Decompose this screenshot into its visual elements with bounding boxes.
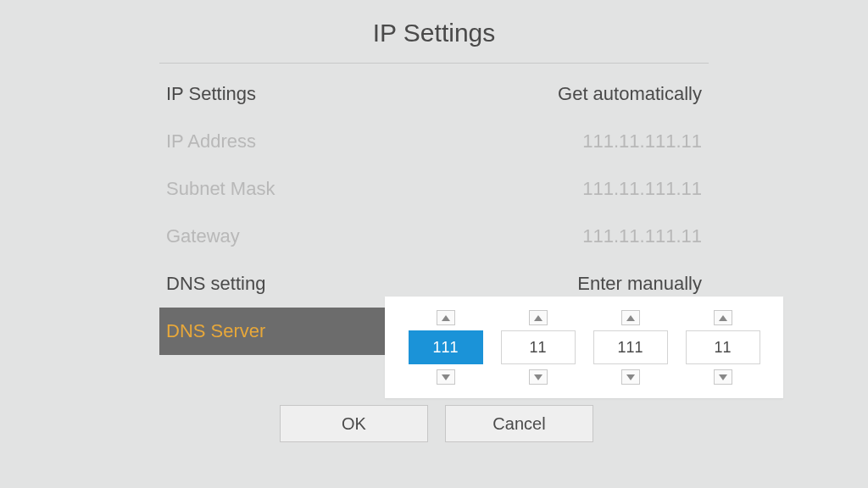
value-ip-settings: Get automatically: [558, 83, 702, 105]
octet-2-down-button[interactable]: [529, 369, 548, 385]
value-gateway: 111.11.111.11: [582, 225, 702, 247]
label-dns-setting: DNS setting: [166, 273, 265, 295]
stepper-up-row: [402, 310, 766, 325]
octet-1-down-button[interactable]: [437, 369, 455, 385]
value-dns-setting: Enter manually: [577, 273, 702, 295]
octet-4-value[interactable]: 11: [686, 330, 760, 364]
page-title: IP Settings: [373, 19, 496, 47]
chevron-up-icon: [719, 315, 727, 321]
row-gateway: Gateway 111.11.111.11: [159, 213, 709, 260]
chevron-up-icon: [442, 315, 450, 321]
chevron-down-icon: [534, 374, 542, 380]
octet-3-value[interactable]: 111: [593, 330, 668, 364]
label-dns-server: DNS Server: [166, 320, 265, 342]
dns-stepper-panel: 111 11 111 11: [385, 297, 783, 398]
chevron-down-icon: [719, 374, 727, 380]
value-subnet-mask: 111.11.111.11: [582, 178, 702, 200]
value-ip-address: 111.11.111.11: [582, 130, 702, 152]
label-ip-settings: IP Settings: [166, 83, 256, 105]
chevron-down-icon: [442, 374, 450, 380]
octet-2-up-button[interactable]: [529, 310, 548, 325]
divider: [159, 63, 709, 64]
octet-3-up-button[interactable]: [621, 310, 640, 325]
stepper-values-row: 111 11 111 11: [402, 330, 766, 364]
chevron-up-icon: [534, 315, 542, 321]
chevron-up-icon: [626, 315, 635, 321]
octet-1-value[interactable]: 111: [409, 330, 483, 364]
row-ip-settings[interactable]: IP Settings Get automatically: [159, 70, 709, 118]
dialog-buttons: OK Cancel: [280, 405, 593, 442]
octet-1-up-button[interactable]: [437, 310, 455, 325]
label-ip-address: IP Address: [166, 130, 256, 152]
label-subnet-mask: Subnet Mask: [166, 178, 275, 200]
cancel-button[interactable]: Cancel: [445, 405, 593, 442]
octet-4-up-button[interactable]: [714, 310, 732, 325]
row-subnet-mask: Subnet Mask 111.11.111.11: [159, 165, 709, 213]
label-gateway: Gateway: [166, 225, 240, 247]
chevron-down-icon: [626, 374, 635, 380]
octet-3-down-button[interactable]: [621, 369, 640, 385]
octet-4-down-button[interactable]: [714, 369, 732, 385]
stepper-down-row: [402, 369, 766, 385]
octet-2-value[interactable]: 11: [501, 330, 576, 364]
ok-button[interactable]: OK: [280, 405, 428, 442]
row-ip-address: IP Address 111.11.111.11: [159, 118, 709, 165]
